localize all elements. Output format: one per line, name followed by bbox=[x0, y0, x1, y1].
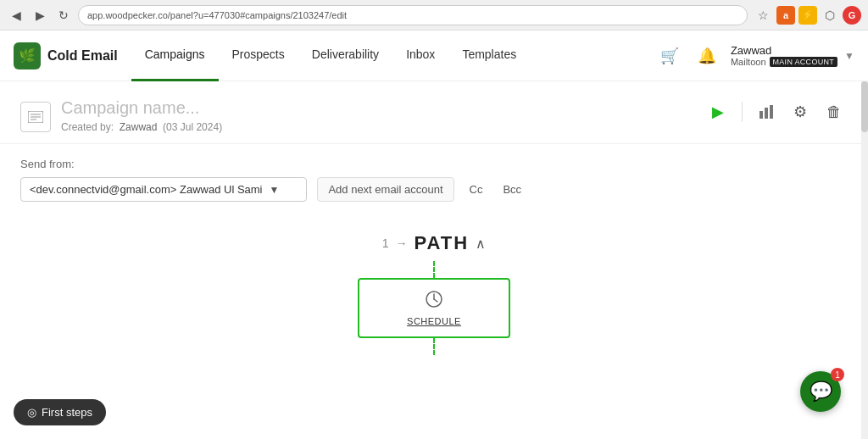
nav-item-templates[interactable]: Templates bbox=[448, 31, 530, 81]
path-connector-top bbox=[433, 261, 435, 278]
chat-button[interactable]: 💬 1 bbox=[800, 371, 841, 412]
svg-rect-6 bbox=[770, 105, 773, 119]
email-account-value: <dev.connectvid@gmail.com> Zawwad Ul Sam… bbox=[30, 183, 263, 196]
campaign-meta: Created by: Zawwad (03 Jul 2024) bbox=[61, 121, 222, 133]
back-button[interactable]: ◀ bbox=[7, 6, 25, 25]
svg-rect-5 bbox=[765, 108, 768, 119]
user-sub: Mailtoon MAIN ACCOUNT bbox=[731, 57, 837, 67]
first-steps-icon: ◎ bbox=[27, 406, 36, 419]
first-steps-label: First steps bbox=[42, 406, 92, 419]
app-name: Cold Email bbox=[47, 48, 118, 64]
path-label: PATH bbox=[415, 232, 470, 254]
svg-line-9 bbox=[434, 299, 437, 302]
bcc-button[interactable]: Bcc bbox=[498, 180, 526, 199]
campaign-right: ▶ ⚙ 🗑 bbox=[704, 98, 848, 125]
nav-item-prospects[interactable]: Prospects bbox=[219, 31, 298, 81]
ext-b-icon: ⚡ bbox=[798, 6, 817, 25]
logo-icon: 🌿 bbox=[14, 42, 41, 69]
campaign-info: Campaign name... Created by: Zawwad (03 … bbox=[61, 98, 222, 133]
path-arrow-icon: → bbox=[396, 236, 408, 250]
clock-icon bbox=[425, 290, 443, 313]
email-account-select[interactable]: <dev.connectvid@gmail.com> Zawwad Ul Sam… bbox=[20, 177, 307, 202]
scrollbar-thumb[interactable] bbox=[861, 81, 868, 132]
toolbar-divider bbox=[742, 102, 743, 122]
user-area[interactable]: Zawwad Mailtoon MAIN ACCOUNT ▼ bbox=[731, 44, 854, 67]
email-select-chevron-icon: ▼ bbox=[270, 184, 280, 196]
schedule-box[interactable]: SCHEDULE bbox=[358, 278, 510, 338]
main-content: Campaign name... Created by: Zawwad (03 … bbox=[0, 81, 868, 439]
cart-icon-button[interactable]: 🛒 bbox=[656, 42, 683, 69]
svg-rect-4 bbox=[760, 111, 763, 119]
ext-d-icon: G bbox=[843, 6, 861, 25]
ext-a-icon: a bbox=[776, 6, 795, 25]
path-header: 1 → PATH ∧ bbox=[382, 232, 486, 254]
star-button[interactable]: ☆ bbox=[753, 5, 773, 25]
main-account-badge: MAIN ACCOUNT bbox=[770, 57, 838, 67]
bell-icon-button[interactable]: 🔔 bbox=[693, 42, 721, 69]
url-bar[interactable]: app.woodpecker.co/panel?u=477030#campaig… bbox=[78, 5, 748, 25]
path-collapse-button[interactable]: ∧ bbox=[476, 236, 486, 252]
chat-badge: 1 bbox=[831, 368, 844, 381]
app-header: 🌿 Cold Email Campaigns Prospects Deliver… bbox=[0, 31, 868, 81]
send-from-row: <dev.connectvid@gmail.com> Zawwad Ul Sam… bbox=[20, 177, 848, 202]
delete-button[interactable]: 🗑 bbox=[821, 98, 848, 125]
play-campaign-button[interactable]: ▶ bbox=[704, 98, 732, 125]
campaign-icon bbox=[20, 102, 51, 132]
header-right: 🛒 🔔 Zawwad Mailtoon MAIN ACCOUNT ▼ bbox=[656, 42, 854, 69]
cc-button[interactable]: Cc bbox=[465, 180, 488, 199]
nav-item-inbox[interactable]: Inbox bbox=[392, 31, 448, 81]
campaign-left: Campaign name... Created by: Zawwad (03 … bbox=[20, 98, 222, 133]
refresh-button[interactable]: ↻ bbox=[54, 6, 73, 25]
path-section: 1 → PATH ∧ SCHEDULE bbox=[0, 215, 868, 355]
url-text: app.woodpecker.co/panel?u=477030#campaig… bbox=[87, 10, 347, 20]
browser-chrome: ◀ ▶ ↻ app.woodpecker.co/panel?u=477030#c… bbox=[0, 0, 868, 31]
path-number: 1 bbox=[382, 236, 389, 250]
stats-button[interactable] bbox=[753, 98, 780, 125]
add-next-email-button[interactable]: Add next email account bbox=[317, 177, 453, 202]
nav-item-deliverability[interactable]: Deliverability bbox=[298, 31, 392, 81]
schedule-label: SCHEDULE bbox=[407, 316, 461, 326]
path-connector-bottom bbox=[433, 338, 435, 355]
send-from-section: Send from: <dev.connectvid@gmail.com> Za… bbox=[0, 144, 868, 215]
user-dropdown-chevron: ▼ bbox=[844, 50, 854, 62]
campaign-header: Campaign name... Created by: Zawwad (03 … bbox=[0, 81, 868, 144]
first-steps-button[interactable]: ◎ First steps bbox=[14, 399, 106, 425]
send-from-label: Send from: bbox=[20, 158, 848, 170]
scrollbar-track[interactable] bbox=[861, 81, 868, 439]
campaign-title[interactable]: Campaign name... bbox=[61, 98, 222, 118]
user-name: Zawwad bbox=[731, 44, 837, 57]
browser-extensions: ☆ a ⚡ ⬡ G bbox=[753, 5, 861, 25]
logo-area: 🌿 Cold Email bbox=[14, 42, 118, 69]
ext-c-icon: ⬡ bbox=[821, 6, 839, 25]
settings-button[interactable]: ⚙ bbox=[787, 98, 814, 125]
nav-item-campaigns[interactable]: Campaigns bbox=[131, 31, 219, 81]
forward-button[interactable]: ▶ bbox=[31, 6, 49, 25]
main-nav: Campaigns Prospects Deliverability Inbox… bbox=[131, 31, 531, 81]
